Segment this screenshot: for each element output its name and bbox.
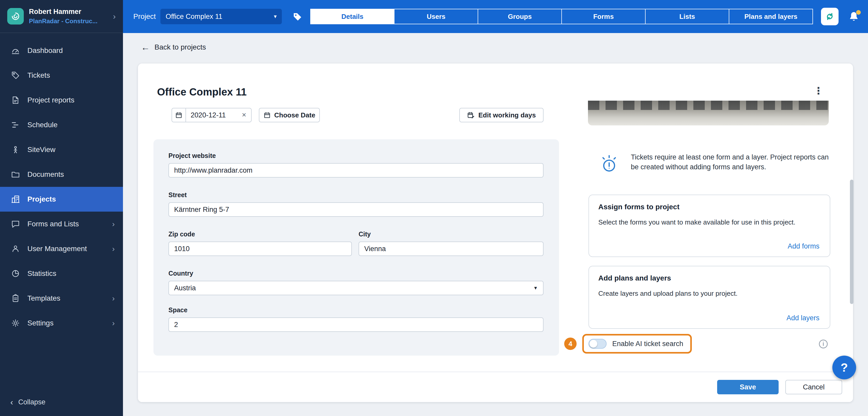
zip-input[interactable] — [168, 242, 352, 256]
assign-forms-card: Assign forms to project Select the forms… — [588, 195, 830, 257]
notification-dot — [856, 10, 861, 15]
add-forms-link[interactable]: Add forms — [788, 242, 819, 250]
schedule-icon — [10, 120, 21, 130]
edit-working-days-label: Edit working days — [478, 111, 536, 119]
content-area: ← Back to projects Office Complex 11 ⋮ 2… — [123, 33, 868, 416]
ai-ticket-search-toggle[interactable] — [588, 339, 607, 349]
project-selector-dropdown[interactable]: Office Complex 11 ▾ — [160, 9, 282, 24]
templates-icon — [10, 293, 21, 304]
sidebar-item-user-management[interactable]: User Management › — [0, 236, 123, 261]
tab-groups[interactable]: Groups — [478, 9, 562, 24]
sidebar-item-label: Project reports — [27, 96, 74, 104]
project-details-card: Office Complex 11 ⋮ 2020-12-11 ✕ Choose … — [138, 64, 853, 402]
step-badge: 4 — [564, 338, 577, 350]
start-date-chip[interactable]: 2020-12-11 ✕ — [172, 108, 252, 122]
country-label: Country — [168, 269, 544, 277]
add-plans-card: Add plans and layers Create layers and u… — [588, 266, 830, 329]
sidebar-item-label: Dashboard — [27, 46, 63, 55]
app-root: Robert Hammer PlanRadar - Construc... › … — [0, 0, 868, 416]
caret-down-icon: ▾ — [274, 13, 277, 20]
scrollbar-thumb[interactable] — [850, 180, 854, 304]
country-select[interactable]: Austria ▼ — [168, 281, 544, 295]
city-input[interactable] — [359, 242, 544, 256]
website-input[interactable] — [168, 163, 544, 178]
user-block: Robert Hammer PlanRadar - Construc... — [29, 7, 97, 25]
dashboard-icon — [10, 45, 21, 56]
sidebar-item-label: Statistics — [27, 269, 56, 278]
planradar-logo-icon — [7, 8, 24, 25]
sidebar-item-label: User Management — [27, 245, 87, 253]
project-photo — [588, 101, 829, 126]
tab-users[interactable]: Users — [394, 9, 478, 24]
assign-forms-description: Select the forms you want to make availa… — [598, 217, 822, 227]
sidebar-item-siteview[interactable]: SiteView — [0, 137, 123, 162]
sidebar-item-label: Templates — [27, 294, 60, 303]
tab-details[interactable]: Details — [310, 9, 395, 24]
documents-icon — [10, 169, 21, 180]
street-input[interactable] — [168, 202, 544, 217]
start-date-value: 2020-12-11 — [186, 111, 230, 119]
forms-and-lists-icon — [10, 219, 21, 229]
sidebar-item-project-reports[interactable]: Project reports — [0, 88, 123, 112]
account-chevron-icon[interactable]: › — [113, 12, 116, 21]
help-button[interactable]: ? — [832, 356, 856, 379]
sidebar-item-documents[interactable]: Documents — [0, 162, 123, 187]
sidebar-item-label: Settings — [27, 319, 54, 327]
clear-date-icon[interactable]: ✕ — [242, 112, 251, 118]
ai-toggle-label: Enable AI ticket search — [612, 340, 683, 348]
sidebar-item-forms-and-lists[interactable]: Forms and Lists › — [0, 212, 123, 236]
notifications-bell-icon[interactable] — [848, 10, 860, 23]
add-layers-link[interactable]: Add layers — [786, 314, 819, 322]
back-to-projects-link[interactable]: ← Back to projects — [141, 43, 206, 51]
edit-working-days-button[interactable]: Edit working days — [459, 108, 544, 122]
sidebar-item-statistics[interactable]: Statistics — [0, 261, 123, 286]
tab-forms[interactable]: Forms — [561, 9, 646, 24]
topbar-right-icons — [821, 8, 860, 25]
statistics-icon — [10, 268, 21, 279]
space-input[interactable] — [168, 317, 544, 332]
info-icon[interactable]: i — [819, 340, 828, 348]
sidebar-item-templates[interactable]: Templates › — [0, 286, 123, 311]
country-value: Austria — [174, 284, 196, 292]
calendar-icon — [264, 111, 271, 119]
kebab-menu-icon[interactable]: ⋮ — [813, 85, 824, 97]
space-label: Space — [168, 306, 544, 314]
account-switcher[interactable]: Robert Hammer PlanRadar - Construc... › — [0, 0, 123, 33]
toggle-knob — [590, 340, 597, 348]
sidebar-item-schedule[interactable]: Schedule — [0, 112, 123, 137]
sidebar-item-label: SiteView — [27, 145, 55, 154]
chevron-right-icon: › — [112, 319, 115, 327]
chevron-right-icon: › — [112, 244, 115, 253]
user-organization: PlanRadar - Construc... — [29, 18, 97, 25]
user-name: Robert Hammer — [29, 7, 97, 16]
sidebar-item-tickets[interactable]: Tickets — [0, 63, 123, 88]
select-caret-icon: ▼ — [533, 285, 538, 291]
assign-forms-title: Assign forms to project — [598, 203, 679, 211]
user-management-icon — [10, 244, 21, 254]
choose-date-label: Choose Date — [274, 111, 315, 119]
calendar-edit-icon — [467, 111, 475, 119]
choose-date-button[interactable]: Choose Date — [259, 108, 320, 122]
page-title: Office Complex 11 — [157, 86, 247, 98]
tab-plans-and-layers[interactable]: Plans and layers — [729, 9, 813, 24]
sidebar-item-projects[interactable]: Projects — [0, 187, 123, 212]
tickets-icon — [10, 70, 21, 80]
chevron-right-icon: › — [112, 220, 115, 229]
tab-lists[interactable]: Lists — [645, 9, 729, 24]
main-column: Project Office Complex 11 ▾ Details User… — [123, 0, 868, 416]
cancel-button[interactable]: Cancel — [785, 380, 842, 394]
sidebar-nav: Dashboard Tickets Project reports Schedu… — [0, 33, 123, 336]
chevron-right-icon: › — [112, 294, 115, 303]
city-label: City — [359, 230, 544, 238]
sidebar-item-dashboard[interactable]: Dashboard — [0, 38, 123, 63]
collapse-chevron-icon: ‹ — [10, 397, 13, 407]
planradar-apps-icon[interactable] — [821, 8, 839, 25]
sidebar-item-settings[interactable]: Settings › — [0, 311, 123, 336]
project-tags-icon[interactable] — [292, 11, 303, 22]
sidebar-item-label: Forms and Lists — [27, 220, 79, 228]
add-plans-title: Add plans and layers — [598, 274, 671, 282]
project-tabs: Details Users Groups Forms Lists Plans a… — [310, 9, 813, 24]
calendar-icon — [172, 108, 186, 122]
save-button[interactable]: Save — [717, 380, 779, 394]
sidebar-collapse-button[interactable]: ‹ Collapse — [0, 388, 123, 416]
